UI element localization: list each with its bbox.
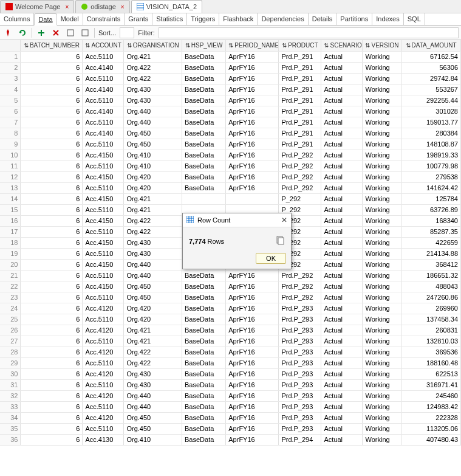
- cell-data-amount[interactable]: 369536: [401, 347, 461, 357]
- cell-batch-number[interactable]: 6: [21, 379, 83, 390]
- cell-hsp-view[interactable]: BaseData: [182, 84, 226, 95]
- cell-version[interactable]: Working: [363, 117, 401, 128]
- sort-label[interactable]: Sort...: [98, 29, 116, 36]
- table-row[interactable]: 76Acc.5110Org.440BaseDataAprFY16Prd.P_29…: [0, 117, 461, 128]
- cell-batch-number[interactable]: 6: [21, 412, 83, 423]
- cell-batch-number[interactable]: 6: [21, 401, 83, 412]
- cell-batch-number[interactable]: 6: [21, 423, 83, 434]
- table-row[interactable]: 326Acc.4120Org.440BaseDataAprFY16Prd.P_2…: [0, 390, 461, 401]
- cell-period-name[interactable]: AprFY16: [226, 84, 279, 95]
- cell-batch-number[interactable]: 6: [21, 347, 83, 357]
- cell-version[interactable]: Working: [363, 237, 401, 248]
- cell-product[interactable]: Prd.P_291: [279, 73, 321, 84]
- cell-period-name[interactable]: AprFY16: [226, 62, 279, 73]
- cell-organisation[interactable]: Org.440: [124, 259, 182, 270]
- cell-organisation[interactable]: Org.422: [124, 62, 182, 73]
- cell-data-amount[interactable]: 113205.06: [401, 423, 461, 434]
- cell-hsp-view[interactable]: BaseData: [182, 412, 226, 423]
- cell-organisation[interactable]: Org.420: [124, 314, 182, 325]
- cell-hsp-view[interactable]: BaseData: [182, 182, 226, 193]
- cell-scenario[interactable]: Actual: [321, 347, 363, 357]
- cell-account[interactable]: Acc.4150: [83, 237, 124, 248]
- cell-version[interactable]: Working: [363, 270, 401, 281]
- subtab-flashback[interactable]: Flashback: [219, 13, 258, 25]
- cell-period-name[interactable]: AprFY16: [226, 281, 279, 292]
- table-row[interactable]: 116Acc.5110Org.410BaseDataAprFY16Prd.P_2…: [0, 160, 461, 171]
- cell-product[interactable]: P_292: [279, 193, 321, 204]
- cell-data-amount[interactable]: 488043: [401, 281, 461, 292]
- cell-data-amount[interactable]: 125784: [401, 193, 461, 204]
- cell-product[interactable]: Prd.P_293: [279, 325, 321, 336]
- cell-data-amount[interactable]: 280384: [401, 128, 461, 139]
- cell-data-amount[interactable]: 85287.35: [401, 226, 461, 237]
- cell-product[interactable]: Prd.P_293: [279, 401, 321, 412]
- table-row[interactable]: 316Acc.5110Org.430BaseDataAprFY16Prd.P_2…: [0, 379, 461, 390]
- cell-product[interactable]: Prd.P_291: [279, 117, 321, 128]
- cell-version[interactable]: Working: [363, 292, 401, 303]
- cell-version[interactable]: Working: [363, 412, 401, 423]
- insert-row-icon[interactable]: [36, 27, 47, 38]
- cell-version[interactable]: Working: [363, 325, 401, 336]
- cell-version[interactable]: Working: [363, 336, 401, 347]
- cell-version[interactable]: Working: [363, 128, 401, 139]
- cell-hsp-view[interactable]: BaseData: [182, 281, 226, 292]
- cell-version[interactable]: Working: [363, 204, 401, 215]
- cell-batch-number[interactable]: 6: [21, 390, 83, 401]
- subtab-indexes[interactable]: Indexes: [372, 13, 404, 25]
- subtab-details[interactable]: Details: [309, 13, 337, 25]
- cell-version[interactable]: Working: [363, 62, 401, 73]
- cell-product[interactable]: Prd.P_291: [279, 62, 321, 73]
- cell-scenario[interactable]: Actual: [321, 171, 363, 182]
- subtab-partitions[interactable]: Partitions: [336, 13, 372, 25]
- cell-product[interactable]: Prd.P_292: [279, 292, 321, 303]
- cell-batch-number[interactable]: 6: [21, 73, 83, 84]
- cell-scenario[interactable]: Actual: [321, 150, 363, 160]
- cell-scenario[interactable]: Actual: [321, 401, 363, 412]
- cell-product[interactable]: Prd.P_293: [279, 314, 321, 325]
- cell-account[interactable]: Acc.4120: [83, 347, 124, 357]
- cell-batch-number[interactable]: 6: [21, 193, 83, 204]
- cell-batch-number[interactable]: 6: [21, 139, 83, 150]
- cell-period-name[interactable]: AprFY16: [226, 412, 279, 423]
- cell-account[interactable]: Acc.5110: [83, 292, 124, 303]
- table-row[interactable]: 266Acc.4120Org.421BaseDataAprFY16Prd.P_2…: [0, 325, 461, 336]
- cell-hsp-view[interactable]: BaseData: [182, 379, 226, 390]
- cell-batch-number[interactable]: 6: [21, 336, 83, 347]
- cell-period-name[interactable]: AprFY16: [226, 336, 279, 347]
- cell-version[interactable]: Working: [363, 434, 401, 445]
- cell-scenario[interactable]: Actual: [321, 84, 363, 95]
- cell-data-amount[interactable]: 29742.84: [401, 73, 461, 84]
- cell-hsp-view[interactable]: BaseData: [182, 51, 226, 62]
- cell-organisation[interactable]: Org.450: [124, 423, 182, 434]
- cell-period-name[interactable]: AprFY16: [226, 423, 279, 434]
- table-row[interactable]: 356Acc.5110Org.450BaseDataAprFY16Prd.P_2…: [0, 423, 461, 434]
- cell-account[interactable]: Acc.4140: [83, 128, 124, 139]
- close-icon[interactable]: ✕: [281, 216, 287, 224]
- table-row[interactable]: 16Acc.5110Org.421BaseDataAprFY16Prd.P_29…: [0, 51, 461, 62]
- cell-hsp-view[interactable]: BaseData: [182, 160, 226, 171]
- cell-product[interactable]: Prd.P_291: [279, 139, 321, 150]
- cell-hsp-view[interactable]: BaseData: [182, 357, 226, 368]
- cell-batch-number[interactable]: 6: [21, 160, 83, 171]
- cell-period-name[interactable]: AprFY16: [226, 401, 279, 412]
- cell-data-amount[interactable]: 198919.33: [401, 150, 461, 160]
- cell-hsp-view[interactable]: BaseData: [182, 390, 226, 401]
- cell-scenario[interactable]: Actual: [321, 368, 363, 379]
- cell-hsp-view[interactable]: BaseData: [182, 347, 226, 357]
- cell-batch-number[interactable]: 6: [21, 226, 83, 237]
- cell-product[interactable]: Prd.P_293: [279, 423, 321, 434]
- table-row[interactable]: 126Acc.4150Org.420BaseDataAprFY16Prd.P_2…: [0, 171, 461, 182]
- cell-scenario[interactable]: Actual: [321, 95, 363, 106]
- cell-scenario[interactable]: Actual: [321, 259, 363, 270]
- cell-account[interactable]: Acc.5110: [83, 314, 124, 325]
- cell-organisation[interactable]: Org.420: [124, 171, 182, 182]
- cell-account[interactable]: Acc.4120: [83, 303, 124, 314]
- subtab-columns[interactable]: Columns: [0, 13, 34, 25]
- cell-batch-number[interactable]: 6: [21, 357, 83, 368]
- cell-data-amount[interactable]: 316971.41: [401, 379, 461, 390]
- cell-hsp-view[interactable]: BaseData: [182, 150, 226, 160]
- cell-scenario[interactable]: Actual: [321, 325, 363, 336]
- cell-account[interactable]: Acc.5110: [83, 423, 124, 434]
- cell-batch-number[interactable]: 6: [21, 106, 83, 117]
- col-header-scenario[interactable]: ⇅SCENARIO: [321, 40, 363, 51]
